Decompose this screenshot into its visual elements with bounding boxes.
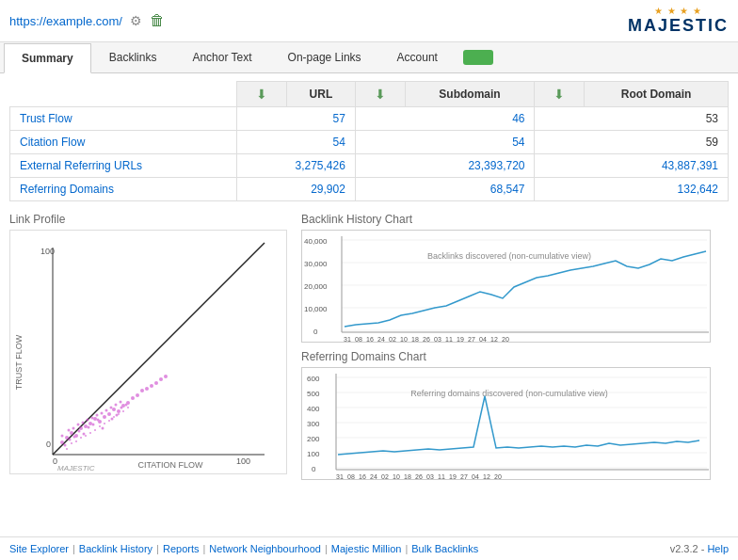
metrics-table: ⬇ URL ⬇ Subdomain ⬇ Root Domain Trust Fl… — [9, 81, 729, 201]
table-row: Trust Flow 57 46 53 — [10, 107, 729, 131]
trust-flow-subdomain: 46 — [355, 107, 535, 131]
footer-link-reports[interactable]: Reports — [163, 543, 200, 554]
footer-sep: | — [202, 543, 205, 554]
footer-link-network[interactable]: Network Neighbourhood — [209, 543, 321, 554]
footer-link-majestic-million[interactable]: Majestic Million — [331, 543, 402, 554]
svg-point-62 — [91, 417, 94, 420]
svg-text:26: 26 — [415, 473, 423, 480]
trust-flow-link[interactable]: Trust Flow — [20, 112, 72, 125]
svg-text:40,000: 40,000 — [304, 237, 328, 246]
svg-point-20 — [69, 439, 72, 441]
svg-point-36 — [125, 404, 128, 407]
svg-point-55 — [127, 407, 129, 408]
footer-link-bulk-backlinks[interactable]: Bulk Backlinks — [411, 543, 478, 554]
svg-text:20,000: 20,000 — [304, 282, 328, 291]
citation-flow-link[interactable]: Citation Flow — [20, 136, 85, 149]
svg-text:02: 02 — [389, 336, 396, 343]
svg-text:500: 500 — [307, 390, 320, 398]
svg-text:MAJESTIC: MAJESTIC — [57, 464, 95, 472]
svg-point-23 — [83, 433, 86, 436]
svg-text:10: 10 — [400, 336, 408, 343]
rootdomain-col-header: Root Domain — [585, 82, 729, 107]
svg-line-8 — [53, 243, 265, 455]
svg-text:300: 300 — [307, 420, 320, 428]
tab-backlinks[interactable]: Backlinks — [91, 42, 175, 72]
toggle-switch[interactable] — [463, 50, 493, 65]
svg-point-45 — [80, 437, 82, 439]
footer-link-backlink-history[interactable]: Backlink History — [79, 543, 152, 554]
table-row: Citation Flow 54 54 59 — [10, 131, 729, 154]
footer-link-site-explorer[interactable]: Site Explorer — [9, 543, 69, 554]
svg-point-21 — [73, 436, 76, 439]
tab-on-page-links[interactable]: On-page Links — [270, 42, 379, 72]
svg-point-47 — [89, 432, 91, 434]
table-row: Referring Domains 29,902 68,547 132,642 — [10, 178, 729, 201]
settings-icon[interactable]: ⚙ — [130, 13, 142, 28]
ext-referring-root: 43,887,391 — [535, 154, 729, 178]
footer-version: v2.3.2 - Help — [670, 543, 729, 554]
ext-referring-subdomain: 23,393,720 — [355, 154, 535, 178]
svg-point-30 — [117, 409, 120, 413]
version-text: v2.3.2 - — [670, 543, 708, 554]
svg-point-14 — [84, 424, 88, 428]
ext-referring-link[interactable]: External Referring URLs — [20, 159, 142, 172]
footer-sep: | — [405, 543, 408, 554]
svg-point-48 — [94, 429, 96, 431]
top-bar-left: https://example.com/ ⚙ 🗑 — [9, 12, 165, 29]
svg-text:400: 400 — [307, 405, 320, 413]
help-link[interactable]: Help — [707, 543, 729, 554]
top-bar: https://example.com/ ⚙ 🗑 ★ ★ ★ ★ MAJESTI… — [0, 0, 738, 42]
tab-summary[interactable]: Summary — [4, 43, 91, 73]
svg-text:18: 18 — [411, 336, 419, 343]
svg-point-38 — [136, 393, 139, 397]
trust-flow-url: 57 — [237, 107, 356, 131]
table-row: External Referring URLs 3,275,426 23,393… — [10, 154, 729, 178]
footer-sep: | — [325, 543, 328, 554]
tab-account[interactable]: Account — [379, 42, 456, 72]
svg-point-46 — [85, 435, 87, 437]
svg-text:04: 04 — [472, 473, 479, 480]
referring-domains-chart: 600 500 400 300 200 100 0 Referring — [301, 367, 711, 480]
svg-point-68 — [120, 401, 122, 404]
svg-point-51 — [108, 420, 110, 422]
svg-point-53 — [118, 413, 120, 415]
referring-domains-subdomain: 68,547 — [355, 178, 535, 201]
referring-domains-link[interactable]: Referring Domains — [20, 183, 114, 196]
svg-point-41 — [150, 384, 153, 388]
svg-point-39 — [140, 389, 144, 392]
svg-point-71 — [164, 375, 168, 378]
bucket-icon[interactable]: 🗑 — [150, 12, 165, 29]
svg-point-70 — [159, 377, 163, 381]
backlink-history-chart: 40,000 30,000 20,000 10,000 0 Backlinks … — [301, 230, 711, 343]
svg-text:200: 200 — [307, 435, 320, 443]
svg-text:20: 20 — [502, 336, 509, 343]
svg-text:11: 11 — [438, 473, 445, 480]
svg-text:11: 11 — [445, 336, 453, 343]
tab-anchor-text[interactable]: Anchor Text — [174, 42, 269, 72]
svg-point-40 — [145, 387, 149, 391]
svg-text:16: 16 — [359, 473, 366, 480]
svg-text:27: 27 — [460, 473, 468, 480]
backlink-chart-title: Backlink History Chart — [301, 213, 729, 226]
svg-text:27: 27 — [468, 336, 475, 343]
svg-point-10 — [65, 436, 69, 440]
svg-text:24: 24 — [370, 473, 377, 480]
nav-tabs: Summary Backlinks Anchor Text On-page Li… — [0, 42, 738, 73]
svg-point-26 — [97, 419, 100, 422]
lower-section: Link Profile TRUST FLOW CITATION FLOW 10… — [9, 213, 729, 480]
url-col-icon: ⬇ — [237, 82, 287, 107]
svg-point-43 — [71, 442, 72, 444]
site-url[interactable]: https://example.com/ — [9, 14, 122, 28]
subdomain-col-header: Subdomain — [405, 82, 535, 107]
svg-point-65 — [105, 409, 108, 412]
ext-referring-url: 3,275,426 — [237, 154, 356, 178]
svg-text:03: 03 — [426, 473, 434, 480]
svg-point-50 — [104, 423, 105, 424]
svg-point-66 — [110, 407, 113, 409]
toggle-box[interactable] — [463, 50, 493, 65]
svg-point-22 — [78, 430, 81, 433]
footer-sep: | — [72, 543, 75, 554]
svg-point-60 — [82, 422, 85, 424]
logo-stars: ★ ★ ★ ★ — [654, 6, 702, 16]
logo-text: MAJESTIC — [628, 16, 729, 36]
